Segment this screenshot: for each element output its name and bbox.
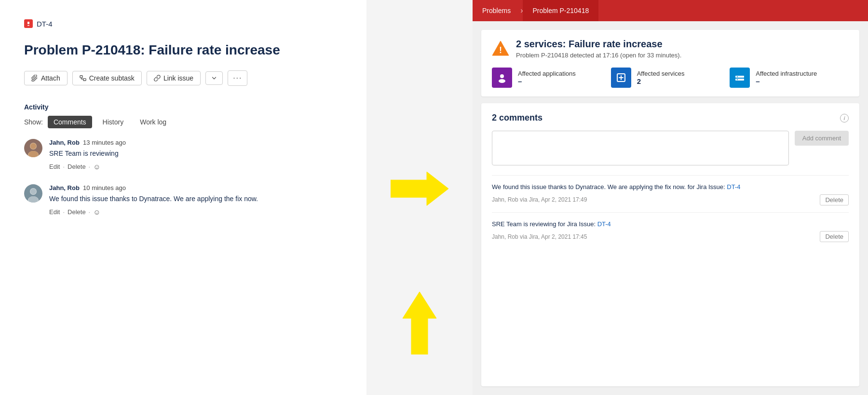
svg-rect-4 [83,79,86,81]
dt-comment-link-1[interactable]: DT-4 [727,183,740,191]
create-subtask-button[interactable]: Create subtask [72,71,142,85]
infrastructure-value: – [756,77,817,85]
comment-meta: Jahn, Rob 13 minutes ago [49,139,342,146]
attach-icon [31,75,38,82]
edit-link-2[interactable]: Edit [49,208,60,216]
infrastructure-label: Affected infrastructure [756,70,817,77]
dt-delete-button-1[interactable]: Delete [820,194,849,205]
dt-comment-text-1: We found this issue thanks to Dynatrace.… [492,182,849,192]
svg-point-8 [30,143,36,149]
comment-textarea[interactable] [492,131,789,165]
comment-item-2: Jahn, Rob 10 minutes ago We found this i… [24,184,342,216]
comment-meta-2: Jahn, Rob 10 minutes ago [49,184,342,191]
svg-rect-23 [735,79,744,81]
impact-applications: Affected applications – [492,68,611,88]
arrow-up [400,292,439,356]
svg-point-19 [500,74,504,78]
comment-item: Jahn, Rob 13 minutes ago SRE Team is rev… [24,139,342,171]
comment-text-2: We found this issue thanks to Dynatrace.… [49,194,342,204]
toolbar: Attach Create subtask Link issue ··· [24,70,342,86]
breadcrumb-problems[interactable]: Problems [473,0,520,21]
attach-button[interactable]: Attach [24,71,68,85]
infrastructure-info: Affected infrastructure – [756,70,817,85]
dt-comment-link-2[interactable]: DT-4 [597,220,611,228]
tab-comments[interactable]: Comments [48,116,92,128]
applications-icon [492,68,512,88]
svg-point-24 [737,76,738,77]
problem-header: ! 2 services: Failure rate increase Prob… [492,39,849,59]
more-actions-dropdown-button[interactable] [205,71,223,85]
breadcrumb-problem-id[interactable]: Problem P-210418 [523,0,598,21]
comment-author: Jahn, Rob [49,139,80,146]
edit-link[interactable]: Edit [49,163,60,170]
applications-info: Affected applications – [518,70,576,85]
comment-author-2: Jahn, Rob [49,184,80,191]
comment-input-row: Add comment [492,131,849,165]
services-info: Affected services 2 [637,70,685,85]
avatar-2 [24,184,42,203]
services-value: 2 [637,77,685,85]
svg-point-25 [737,79,738,80]
arrow-right [391,169,448,210]
dt-comment-meta-1: Jahn, Rob via Jira, Apr 2, 2021 17:49 [492,196,587,203]
breadcrumb-bar: Problems › Problem P-210418 [473,0,868,21]
services-label: Affected services [637,70,685,77]
emoji-reaction-button[interactable]: ☺ [93,163,100,171]
applications-label: Affected applications [518,70,576,77]
issue-id-text: DT-4 [37,20,53,28]
avatar [24,139,42,157]
subtask-icon [80,75,86,82]
svg-rect-22 [735,76,744,78]
infrastructure-icon [730,68,750,88]
overflow-menu-button[interactable]: ··· [228,70,247,86]
comments-header: 2 comments i [492,113,849,123]
comment-text: SRE Team is reviewing [49,149,342,159]
left-panel: DT-4 Problem P-210418: Failure rate incr… [0,0,366,395]
warning-triangle-icon: ! [492,40,509,57]
comments-count: 2 comments [492,113,542,123]
impact-infrastructure: Affected infrastructure – [730,68,849,88]
problem-title: 2 services: Failure rate increase [516,39,681,50]
tab-history[interactable]: History [97,116,130,128]
page-title: Problem P-210418: Failure rate increase [24,41,342,59]
emoji-reaction-button-2[interactable]: ☺ [93,208,100,216]
applications-value: – [518,77,576,85]
activity-section: Activity Show: Comments History Work log… [24,103,342,216]
dt-comment-meta-row-1: Jahn, Rob via Jira, Apr 2, 2021 17:49 De… [492,194,849,205]
tab-worklog[interactable]: Work log [134,116,172,128]
activity-label: Activity [24,103,342,111]
impact-services: Affected services 2 [611,68,730,88]
svg-marker-15 [391,172,448,205]
problem-subtitle: Problem P-210418 detected at 17:16 (open… [516,52,681,59]
comment-body: Jahn, Rob 13 minutes ago SRE Team is rev… [49,139,342,171]
info-icon[interactable]: i [840,114,849,123]
dt-delete-button-2[interactable]: Delete [820,231,849,242]
separator2: · [89,163,91,170]
dt-comment-meta-2: Jahn, Rob via Jira, Apr 2, 2021 17:45 [492,233,587,240]
svg-point-13 [30,189,36,194]
dt-comment-item-1: We found this issue thanks to Dynatrace.… [492,175,849,212]
comments-card: 2 comments i Add comment We found this i… [481,103,859,386]
issue-id-row: DT-4 [24,19,342,28]
comment-actions-2: Edit · Delete · ☺ [49,208,342,216]
separator: · [63,163,65,170]
services-icon [611,68,631,88]
link-issue-button[interactable]: Link issue [147,71,201,85]
add-comment-button[interactable]: Add comment [795,131,849,146]
chevron-down-icon [211,75,217,82]
problem-card: ! 2 services: Failure rate increase Prob… [481,30,859,96]
comment-actions: Edit · Delete · ☺ [49,163,342,171]
svg-text:!: ! [499,45,502,55]
dt-comment-meta-row-2: Jahn, Rob via Jira, Apr 2, 2021 17:45 De… [492,231,849,242]
separator-3: · [63,208,65,216]
show-row: Show: Comments History Work log [24,116,342,128]
arrow-section [366,0,473,395]
svg-rect-2 [27,25,29,26]
problem-info: 2 services: Failure rate increase Proble… [516,39,681,59]
comment-time-2: 10 minutes ago [83,184,126,191]
delete-link-2[interactable]: Delete [68,208,86,216]
right-panel: Problems › Problem P-210418 ! 2 services… [473,0,868,395]
delete-link[interactable]: Delete [68,163,86,170]
comment-body-2: Jahn, Rob 10 minutes ago We found this i… [49,184,342,216]
svg-point-20 [499,79,505,83]
